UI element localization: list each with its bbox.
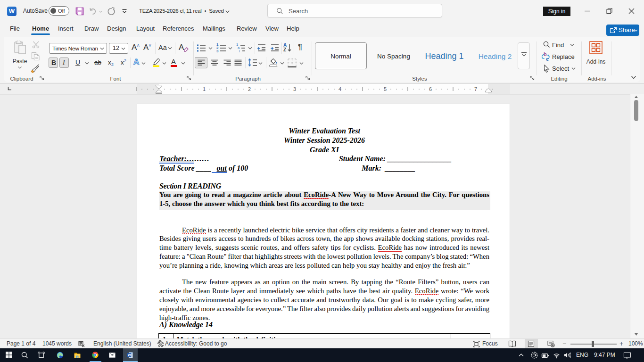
svg-text:6: 6 [429, 86, 432, 92]
svg-text:3: 3 [293, 86, 296, 92]
svg-text:5: 5 [384, 86, 387, 92]
svg-text:2: 2 [248, 86, 251, 92]
svg-text:1: 1 [203, 86, 206, 92]
svg-text:4: 4 [339, 86, 341, 92]
svg-text:7: 7 [474, 86, 477, 92]
